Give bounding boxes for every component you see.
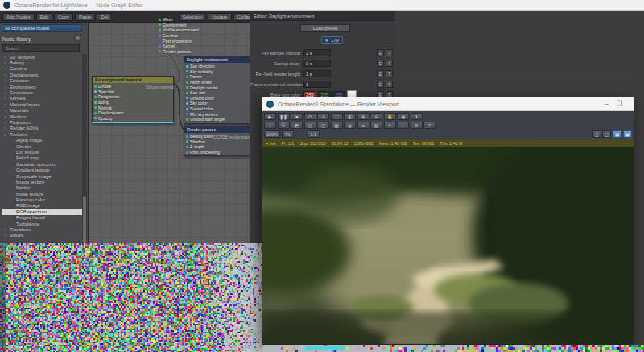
daylight-pin[interactable]: Power <box>186 74 249 80</box>
library-tree-item[interactable]: Random color <box>2 197 82 202</box>
property-value-field[interactable]: 0 s <box>303 60 331 67</box>
envelope-button[interactable]: E <box>377 60 384 67</box>
save-image-button[interactable]: ⤓ <box>264 122 276 129</box>
region-render-button[interactable]: ⬚ <box>331 113 343 120</box>
node-daylight-environment[interactable]: Daylight environment Sun directionSky tu… <box>184 56 251 124</box>
minimize-button[interactable]: – <box>605 101 608 107</box>
render-stop-button[interactable]: ■ <box>291 113 303 120</box>
property-value-field[interactable]: 2 s <box>303 49 331 56</box>
fit-view-button[interactable]: Fit <box>282 130 294 138</box>
library-tree-item[interactable]: Gradient texture <box>2 167 82 172</box>
exposure-button[interactable]: ☀ <box>384 122 396 129</box>
library-tree-item[interactable]: >Render AOVs <box>2 126 82 131</box>
subsampling-button[interactable]: ▦ <box>331 122 343 129</box>
zoom-in-button[interactable]: ⊕ <box>357 113 369 120</box>
copy-image-button[interactable]: ⎘ <box>278 122 290 129</box>
property-value-field[interactable]: 1 <box>303 81 331 88</box>
library-tree-item[interactable]: RGB image <box>2 203 82 209</box>
paste-button[interactable]: Paste <box>75 13 95 21</box>
copy-button[interactable]: Copy <box>54 13 73 21</box>
library-tree-item[interactable]: Dirt texture <box>2 149 82 155</box>
render-target-pin[interactable]: Kernel <box>159 43 199 49</box>
channel-r-button[interactable]: ◻ <box>592 130 601 138</box>
library-tree-item[interactable]: Gaussian spectrum <box>2 161 82 167</box>
render-window-titlebar[interactable]: OctaneRender® Standalone — Render Viewpo… <box>262 97 634 111</box>
texture-button[interactable]: T <box>386 81 393 88</box>
library-tree-item[interactable]: >Medium <box>2 114 82 119</box>
passes-pin[interactable]: Shadow <box>186 139 250 145</box>
node-daylight-title[interactable]: Daylight environment <box>184 56 250 63</box>
app-titlebar[interactable]: OctaneRender for LightWave — Node Graph … <box>0 0 644 11</box>
pick-camera-target-button[interactable]: ◉ <box>397 113 409 120</box>
daylight-pin[interactable]: North offset <box>186 80 249 85</box>
actual-size-button[interactable]: 1:1 <box>308 130 320 138</box>
library-tree-item[interactable]: Image texture <box>2 179 82 184</box>
library-tree-item[interactable]: >Environment <box>2 84 82 89</box>
daylight-pin[interactable]: Sun direction <box>186 64 249 69</box>
help-button[interactable]: ? <box>423 122 436 129</box>
library-tree-item[interactable]: >Camera <box>2 66 82 72</box>
pan-tool-button[interactable]: ✋ <box>384 113 396 120</box>
node-material[interactable]: Forest ground material Diffuse material … <box>92 76 174 123</box>
material-pin[interactable]: Bump <box>94 100 171 106</box>
channel-g-button[interactable]: ◻ <box>602 130 611 138</box>
render-start-button[interactable]: ▶ <box>264 113 276 120</box>
library-tree-item[interactable]: Falloff map <box>2 155 82 161</box>
daylight-pin[interactable]: Sky color <box>186 101 249 106</box>
lock-resolution-button[interactable]: ▣ <box>613 130 621 138</box>
material-pin[interactable]: Normal <box>94 105 171 110</box>
daylight-pin[interactable]: Sun size <box>186 90 249 96</box>
envelope-button[interactable]: E <box>377 49 384 56</box>
render-target-pin[interactable]: Render passes <box>159 49 199 55</box>
render-restart-button[interactable]: ⟳ <box>304 113 316 120</box>
library-tree-item[interactable]: Turbulence <box>2 221 82 226</box>
library-tree-item[interactable]: >Materials <box>2 108 82 114</box>
load-preset-button[interactable]: Load preset <box>300 24 350 32</box>
library-search-input[interactable]: Search <box>2 44 80 52</box>
maximize-button[interactable]: ❐ <box>617 101 622 107</box>
background-toggle-button[interactable]: ▨ <box>370 122 382 129</box>
render-info-button[interactable]: ℹ <box>411 113 423 120</box>
render-pause-button[interactable]: ❚❚ <box>278 113 290 120</box>
library-tree-item[interactable]: >Transform <box>2 226 82 232</box>
material-pin[interactable]: Roughness <box>94 94 171 100</box>
texture-button[interactable]: T <box>386 70 393 77</box>
envelope-button[interactable]: E <box>377 81 384 88</box>
passes-pin[interactable]: Post processing <box>186 150 250 155</box>
library-tree-item[interactable]: >Values <box>2 233 82 238</box>
node-material-title[interactable]: Forest ground material <box>93 77 173 83</box>
enable-toggle[interactable]: 179 <box>321 36 343 44</box>
delete-button[interactable]: Del <box>97 13 112 21</box>
library-filter-dropdown[interactable]: All compatible nodes <box>2 24 82 32</box>
compare-ab-button[interactable]: ◫ <box>317 122 329 129</box>
daylight-pin[interactable]: Ground start angle <box>186 117 249 122</box>
library-help-icon[interactable]: ? <box>74 35 81 42</box>
pick-focus-button[interactable]: ✛ <box>317 113 329 120</box>
library-tree-item[interactable]: >Material layers <box>2 101 82 107</box>
library-tree-item[interactable]: Checks <box>2 143 82 149</box>
library-tree-item[interactable]: Marble <box>2 185 82 191</box>
zoom-level-button[interactable]: 100% <box>264 130 280 138</box>
sync-camera-button[interactable]: ▣ <box>623 130 632 138</box>
library-tree-item[interactable]: Noise texture <box>2 191 82 197</box>
material-pin[interactable]: Opacity <box>94 116 171 122</box>
render-target-pin[interactable]: Post processing <box>159 38 199 43</box>
tonemap-button[interactable]: ◐ <box>397 122 409 129</box>
daylight-pin[interactable]: Sky turbidity <box>186 69 249 75</box>
render-target-pin[interactable]: Visible environment <box>159 27 199 33</box>
render-target-pin[interactable]: Environment <box>159 23 199 28</box>
render-target-pin[interactable]: Mesh <box>159 17 199 23</box>
daylight-pin[interactable]: Daylight model <box>186 85 249 90</box>
texture-button[interactable]: T <box>386 49 393 56</box>
material-pin[interactable]: Specular <box>94 89 171 95</box>
library-tree-item[interactable]: >Generators <box>2 89 82 95</box>
node-graph-canvas[interactable]: MeshEnvironmentVisible environmentCamera… <box>89 23 250 243</box>
node-passes-title[interactable]: Render passes <box>184 126 252 133</box>
clip-region-button[interactable]: ◧ <box>344 113 356 120</box>
library-tree-item[interactable]: Ridged fractal <box>2 215 82 221</box>
render-settings-button[interactable]: ⚙ <box>411 122 423 129</box>
zoom-out-button[interactable]: ⊖ <box>370 113 382 120</box>
library-tree-item[interactable]: >Emission <box>2 78 82 84</box>
alpha-channel-button[interactable]: α <box>357 122 369 129</box>
library-tree-item[interactable]: Alpha image <box>2 137 82 143</box>
